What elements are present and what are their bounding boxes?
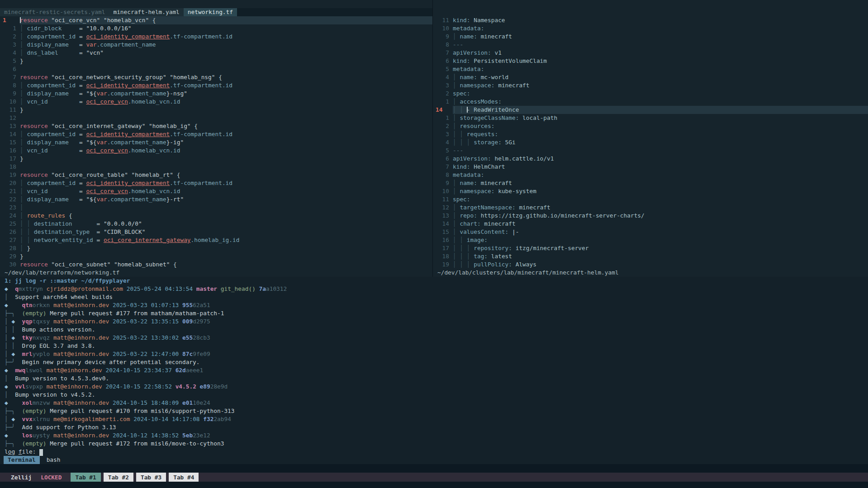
code-text: │ targetNamespace: minecraft — [453, 204, 868, 212]
code-text — [20, 163, 432, 171]
line-number: 1 — [0, 24, 20, 33]
code-text: │ valuesContent: |- — [453, 228, 868, 236]
code-text: │ │ │ repository: itzg/minecraft-server — [453, 244, 868, 252]
code-line: 9│ display_name = "${var.compartment_nam… — [0, 90, 432, 98]
code-line: 16│ vcn_id = oci_core_vcn.homelab_vcn.id — [0, 147, 432, 155]
code-text: │ │ │ pullPolicy: Always — [453, 261, 868, 269]
log-line: │ Bump version to v4.5.2. — [0, 391, 868, 399]
line-number: 5 — [0, 57, 20, 65]
code-line: 11} — [0, 106, 432, 114]
code-line: 13│ repo: https://itzg.github.io/minecra… — [433, 212, 868, 220]
line-number: 8 — [0, 81, 20, 90]
terminal-tab-active[interactable]: Terminal — [4, 456, 40, 464]
line-number: 16 — [433, 236, 453, 244]
line-number: 21 — [0, 187, 20, 195]
code-text: apiVersion: helm.cattle.io/v1 — [453, 155, 868, 163]
code-line: 11kind: Namespace — [433, 16, 868, 24]
code-text: apiVersion: v1 — [453, 49, 868, 57]
buffer-tab-minecraft-restic-secrets.yaml[interactable]: minecraft-restic-secrets.yaml — [0, 8, 109, 16]
line-number: 11 — [0, 106, 20, 114]
code-line: 23│ — [0, 204, 432, 212]
code-text: │ dns_label = "vcn" — [20, 49, 432, 57]
code-line: 10│ vcn_id = oci_core_vcn.homelab_vcn.id — [0, 98, 432, 106]
log-line: │ Support aarch64 wheel builds — [0, 293, 868, 301]
left-editor-lines: 1resource "oci_core_vcn" "homelab_vcn" {… — [0, 16, 432, 269]
left-editor-statusline: ~/dev/lab/terraform/networking.tf — [0, 269, 432, 277]
code-line: 30resource "oci_core_subnet" "homelab_su… — [0, 261, 432, 269]
code-text: resource "oci_core_internet_gateway" "ho… — [20, 122, 432, 130]
code-text: │ vcn_id = oci_core_vcn.homelab_vcn.id — [20, 98, 432, 106]
code-line: 1resource "oci_core_vcn" "homelab_vcn" { — [0, 16, 432, 24]
line-number: 7 — [0, 73, 20, 81]
code-line: 12 — [0, 114, 432, 122]
line-number: 6 — [433, 57, 453, 65]
log-line: │ Bump version to 4.5.3.dev0. — [0, 374, 868, 383]
line-number: 6 — [433, 155, 453, 163]
code-text: │ display_name = "${var.compartment_name… — [20, 90, 432, 98]
code-line: 29} — [0, 252, 432, 261]
zellij-tab-tab-3[interactable]: Tab #3 — [136, 473, 166, 482]
line-number: 2 — [433, 90, 453, 98]
buffer-tab-networking.tf[interactable]: networking.tf — [184, 8, 237, 16]
line-number: 4 — [433, 138, 453, 147]
line-number: 8 — [433, 171, 453, 179]
code-text: │ │ - ReadWriteOnce — [453, 106, 868, 114]
buffer-tab-minecraft-helm.yaml[interactable]: minecraft-helm.yaml — [109, 8, 183, 16]
code-text: │ namespace: kube-system — [453, 187, 868, 195]
log-line: ◆ qmxttryn cjriddz@protonmail.com 2025-0… — [0, 285, 868, 293]
code-text: │ │ │ storage: 5Gi — [453, 138, 868, 147]
code-line: 19resource "oci_core_route_table" "homel… — [0, 171, 432, 179]
code-text: │ compartment_id = oci_identity_compartm… — [20, 130, 432, 138]
line-number: 28 — [0, 244, 20, 252]
line-number: 23 — [0, 204, 20, 212]
zellij-tab-tab-4[interactable]: Tab #4 — [169, 473, 199, 482]
code-text: spec: — [453, 90, 868, 98]
zellij-tab-tab-2[interactable]: Tab #2 — [104, 473, 133, 482]
terminal-tab-bash[interactable]: bash — [47, 456, 61, 464]
log-line: ◆ vvlsvpxp matt@einhorn.dev 2024-10-15 2… — [0, 383, 868, 391]
line-number: 18 — [433, 252, 453, 261]
code-line: 3│ display_name = var.compartment_name — [0, 41, 432, 49]
log-line: │ ◆ yqptqxsy matt@einhorn.dev 2025-03-22… — [0, 317, 868, 326]
code-line: 5metadata: — [433, 65, 868, 73]
code-line: 6kind: PersistentVolumeClaim — [433, 57, 868, 65]
code-text: │ │ image: — [453, 236, 868, 244]
line-number: 3 — [0, 41, 20, 49]
log-line: │ ◆ tkynxvqz matt@einhorn.dev 2025-03-22… — [0, 334, 868, 342]
log-line: ├─╮ (empty) Merge pull request #170 from… — [0, 407, 868, 415]
right-editor-pane: 11kind: Namespace10metadata:9│ name: min… — [433, 0, 868, 277]
log-line: ◆ qtnorkxn matt@einhorn.dev 2025-03-23 0… — [0, 301, 868, 309]
terminal-pane[interactable]: 1: jj log -r ::master ~/d/ffpyplayer ◆ q… — [0, 277, 868, 464]
code-line: 7resource "oci_core_network_security_gro… — [0, 73, 432, 81]
line-number: 29 — [0, 252, 20, 261]
line-number: 19 — [433, 261, 453, 269]
line-number: 12 — [433, 204, 453, 212]
code-text: │ accessModes: — [453, 98, 868, 106]
right-editor-lines: 11kind: Namespace10metadata:9│ name: min… — [433, 16, 868, 269]
code-text: │ display_name = var.compartment_name — [20, 41, 432, 49]
code-line: 17} — [0, 155, 432, 163]
code-line: 8metadata: — [433, 171, 868, 179]
line-number: 4 — [433, 73, 453, 81]
line-number: 17 — [0, 155, 20, 163]
code-line: 1│ accessModes: — [433, 98, 868, 106]
line-number: 3 — [433, 130, 453, 138]
terminal-title: 1: jj log -r ::master ~/d/ffpyplayer — [0, 277, 868, 285]
code-line: 15│ valuesContent: |- — [433, 228, 868, 236]
code-text: resource "oci_core_network_security_grou… — [20, 73, 432, 81]
code-text: --- — [453, 41, 868, 49]
code-line: 19│ │ │ pullPolicy: Always — [433, 261, 868, 269]
line-number: 11 — [433, 16, 453, 24]
code-text: metadata: — [453, 171, 868, 179]
code-text: │ chart: minecraft — [453, 220, 868, 228]
code-text: │ compartment_id = oci_identity_compartm… — [20, 81, 432, 90]
code-text: │ display_name = "${var.compartment_name… — [20, 195, 432, 204]
code-line: 8--- — [433, 41, 868, 49]
code-text: metadata: — [453, 24, 868, 33]
code-text: │ compartment_id = oci_identity_compartm… — [20, 179, 432, 187]
zellij-tab-tab-1[interactable]: Tab #1 — [71, 473, 100, 482]
line-number: 12 — [0, 114, 20, 122]
line-number: 2 — [0, 33, 20, 41]
code-line: 3│ namespace: minecraft — [433, 81, 868, 90]
terminal-prompt[interactable]: log file: — [0, 448, 868, 456]
